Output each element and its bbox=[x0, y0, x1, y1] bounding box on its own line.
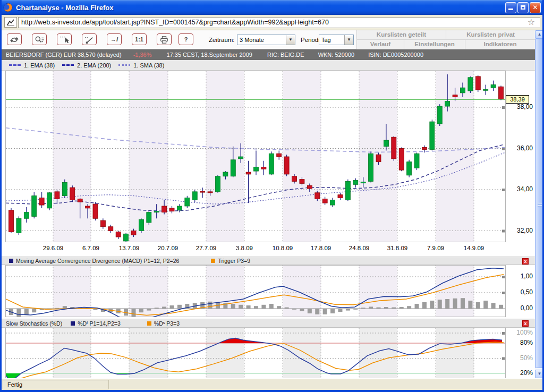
macd-histogram-bar bbox=[483, 301, 488, 309]
candlestick bbox=[269, 151, 274, 175]
candlestick bbox=[39, 192, 44, 208]
candlestick bbox=[93, 202, 98, 220]
stoch-axis-label: 100% bbox=[505, 329, 533, 336]
macd-histogram-bar bbox=[285, 308, 289, 309]
date-axis-label: 31.8.09 bbox=[381, 245, 413, 251]
stoch-axis-label: 80% bbox=[505, 339, 533, 346]
line-draw-tool-button[interactable] bbox=[82, 33, 97, 45]
macd-histogram-bar bbox=[377, 308, 381, 309]
price-axis-label: 34,00 bbox=[505, 185, 533, 193]
macd-histogram-bar bbox=[330, 309, 335, 313]
price-axis-label: 38,00 bbox=[505, 103, 533, 110]
bookmark-star-icon[interactable]: ☆ bbox=[528, 17, 535, 28]
macd-histogram-bar bbox=[300, 309, 304, 311]
stoch-axis-label: 50% bbox=[505, 354, 533, 362]
isin-code: ISIN: DE0005200000 bbox=[368, 52, 423, 58]
zeitraum-arrow-icon[interactable]: ▼ bbox=[286, 35, 295, 45]
title-bar[interactable]: Chartanalyse - Mozilla Firefox ✕ bbox=[0, 0, 544, 15]
macd-histogram-bar bbox=[468, 301, 472, 309]
macd-histogram-bar bbox=[239, 305, 243, 309]
date-axis-label: 17.8.09 bbox=[305, 245, 337, 251]
candlestick bbox=[353, 178, 358, 188]
status-bar: Fertig bbox=[2, 378, 542, 390]
macd-histogram-bar bbox=[400, 307, 404, 309]
einstellungen-button[interactable]: Einstellungen bbox=[404, 40, 465, 49]
macd-histogram-bar bbox=[407, 306, 411, 309]
stoch-slow-label: %Dˢ P3=3 bbox=[154, 320, 180, 327]
zeitraum-select[interactable]: 3 Monate▼ bbox=[237, 35, 295, 45]
periodizitaet-arrow-icon[interactable]: ▼ bbox=[344, 35, 353, 45]
verlauf-button[interactable]: Verlauf bbox=[357, 40, 404, 49]
date-axis-label: 3.8.09 bbox=[228, 245, 260, 251]
overlay-legend: 1. EMA (38)2. EMA (200)1. SMA (38) bbox=[2, 60, 535, 71]
candlestick bbox=[261, 161, 266, 175]
macd-histogram-bar bbox=[308, 309, 312, 313]
macd-histogram-bar bbox=[55, 308, 59, 309]
url-input[interactable]: http://web.s-investor.de/app/tool/start.… bbox=[18, 17, 540, 28]
candlestick bbox=[414, 152, 419, 170]
refresh-button[interactable] bbox=[7, 33, 22, 45]
kurslisten-geteilt-button[interactable]: Kurslisten geteilt bbox=[357, 30, 446, 40]
scroll-up-icon[interactable]: ▲ bbox=[535, 30, 544, 39]
date-axis-label: 29.6.09 bbox=[37, 245, 69, 251]
macd-chart[interactable] bbox=[6, 266, 505, 317]
maximize-button[interactable] bbox=[517, 2, 529, 13]
window-bottom-border bbox=[0, 390, 544, 392]
zoom-tool-button[interactable] bbox=[32, 33, 47, 45]
stochastics-close-icon[interactable]: x bbox=[522, 320, 529, 327]
vertical-scrollbar[interactable]: ▲ ▼ bbox=[535, 30, 544, 378]
macd-title: Moving Average Convergence Divergence (M… bbox=[16, 258, 179, 264]
macd-histogram-bar bbox=[453, 299, 457, 309]
last-price-tag: 38,39 bbox=[506, 95, 529, 104]
scroll-down-icon[interactable]: ▼ bbox=[535, 370, 544, 378]
print-button[interactable] bbox=[157, 33, 172, 45]
candlestick bbox=[491, 81, 496, 91]
macd-axis-label: 1,00 bbox=[505, 272, 533, 280]
macd-histogram-bar bbox=[254, 306, 258, 309]
macd-histogram-bar bbox=[338, 309, 342, 312]
date-axis-label: 20.7.09 bbox=[152, 245, 184, 251]
close-button[interactable]: ✕ bbox=[530, 2, 541, 13]
candlestick bbox=[246, 161, 251, 203]
macd-legend-swatch bbox=[9, 259, 13, 263]
macd-histogram-bar bbox=[269, 304, 274, 309]
pointer-tool-button[interactable] bbox=[57, 33, 72, 45]
instrument-name: BEIERSDORF (GER) EUR 38,570 (delayed) bbox=[6, 52, 122, 58]
candlestick bbox=[338, 193, 343, 200]
macd-histogram-bar bbox=[177, 305, 182, 309]
legend-marker-icon bbox=[62, 64, 74, 66]
minimize-button[interactable] bbox=[505, 2, 516, 13]
price-candlestick-chart[interactable] bbox=[6, 71, 505, 242]
one-to-one-button[interactable]: 1:1 bbox=[132, 33, 147, 45]
date-axis-label: 27.7.09 bbox=[190, 245, 222, 251]
firefox-icon bbox=[3, 3, 13, 12]
candlestick bbox=[47, 192, 52, 210]
macd-histogram-bar bbox=[261, 305, 266, 309]
candlestick bbox=[254, 150, 259, 175]
macd-histogram-bar bbox=[16, 309, 21, 317]
macd-histogram-bar bbox=[392, 308, 396, 309]
macd-histogram-bar bbox=[155, 308, 159, 309]
help-tool-button[interactable]: ? bbox=[178, 33, 193, 45]
macd-histogram-bar bbox=[139, 309, 143, 312]
candlestick bbox=[139, 218, 143, 233]
macd-histogram-bar bbox=[24, 309, 29, 315]
wkn-code: WKN: 520000 bbox=[318, 52, 354, 58]
price-axis-label: 36,00 bbox=[505, 144, 533, 152]
date-axis-label: 7.9.09 bbox=[420, 245, 452, 251]
candlestick bbox=[24, 207, 29, 223]
indikatoren-button[interactable]: Indikatoren bbox=[465, 40, 536, 49]
candlestick bbox=[100, 218, 105, 228]
candlestick bbox=[499, 86, 504, 100]
kurslisten-privat-button[interactable]: Kurslisten privat bbox=[446, 30, 536, 40]
scrollbar-thumb[interactable] bbox=[535, 39, 544, 368]
macd-close-icon[interactable]: x bbox=[522, 258, 529, 265]
info-tool-button[interactable]: →i bbox=[107, 33, 122, 45]
periodizitaet-select[interactable]: Tag▼ bbox=[319, 35, 354, 45]
macd-histogram-bar bbox=[231, 304, 235, 309]
legend-marker-icon bbox=[9, 64, 21, 66]
stochastics-chart[interactable] bbox=[6, 328, 505, 378]
macd-panel-header: Moving Average Convergence Divergence (M… bbox=[2, 257, 535, 265]
macd-histogram-bar bbox=[415, 304, 419, 309]
macd-trigger-label: Trigger P3=9 bbox=[218, 258, 250, 264]
